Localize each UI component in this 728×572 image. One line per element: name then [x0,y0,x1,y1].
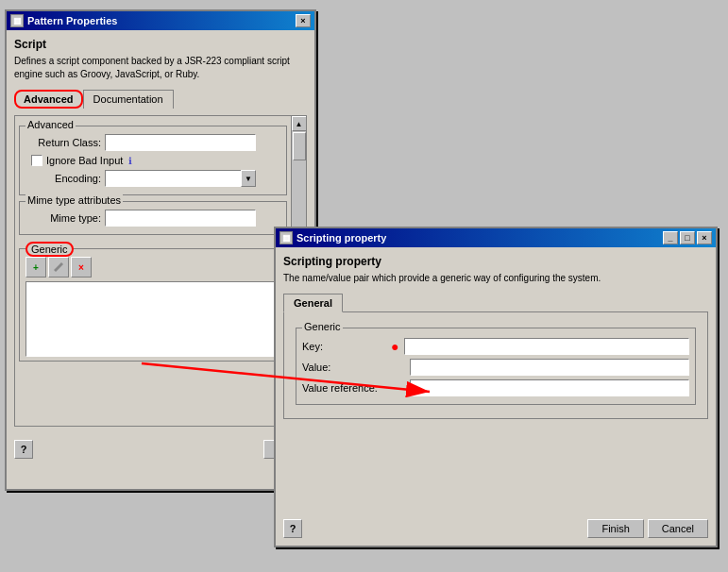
mime-type-label: Mime type: [25,212,101,224]
finish-button[interactable]: Finish [587,519,643,538]
tab-panel: Advanced Return Class: Ignore Bad Input … [14,115,307,427]
encoding-label: Encoding: [25,173,101,184]
close-button[interactable]: × [296,14,311,27]
value-reference-row: Value reference: [302,379,689,396]
pattern-properties-window: ▦ Pattern Properties × Script Defines a … [5,9,316,491]
advanced-group: Advanced Return Class: Ignore Bad Input … [19,126,287,195]
pattern-title-bar: ▦ Pattern Properties × [7,11,314,30]
script-description: Defines a script component backed by a J… [14,55,307,81]
value-reference-input[interactable] [410,379,689,396]
cancel-button[interactable]: Cancel [648,519,708,538]
scripting-title-bar: ▦ Scripting property _ □ × [276,228,716,247]
encoding-row: Encoding: ▼ [25,170,280,187]
value-row: Value: [302,359,689,376]
ignore-bad-input-row: Ignore Bad Input ℹ [31,155,275,166]
generic-fields-group: Generic Key: ● Value: Value reference: [296,328,696,405]
delete-generic-button[interactable]: × [71,257,92,278]
script-title: Script [14,38,307,51]
pattern-window-content: Script Defines a script component backed… [7,30,314,115]
info-icon: ℹ [128,156,132,166]
tab-documentation[interactable]: Documentation [83,90,174,109]
scroll-up-button[interactable]: ▲ [292,116,307,131]
scripting-property-window: ▦ Scripting property _ □ × Scripting pro… [274,227,718,547]
generic-toolbar: + × [25,257,280,278]
ignore-bad-input-checkbox[interactable] [31,155,42,166]
scroll-thumb[interactable] [293,132,306,160]
encoding-select[interactable] [105,170,256,187]
help-btn-container: ? [14,440,33,459]
tab-content: Advanced Return Class: Ignore Bad Input … [15,116,291,426]
generic-fields-legend: Generic [302,321,343,332]
mime-legend: Mime type attributes [25,194,123,206]
mime-type-input[interactable] [105,210,256,227]
return-class-row: Return Class: [25,134,280,151]
generic-group: Generic + × [19,248,287,362]
value-reference-label: Value reference: [302,382,387,394]
return-class-input[interactable] [105,134,256,151]
mime-group: Mime type attributes Mime type: [19,201,287,235]
add-generic-button[interactable]: + [25,257,46,278]
key-input[interactable] [404,338,689,355]
mime-type-row: Mime type: [25,210,280,227]
ignore-bad-input-label: Ignore Bad Input [46,155,123,166]
scripting-title-text: Scripting property [283,255,708,268]
pattern-window-title: Pattern Properties [27,15,117,26]
scripting-help-button[interactable]: ? [283,519,302,538]
encoding-dropdown-arrow[interactable]: ▼ [241,170,256,187]
scripting-bottom-bar: ? Finish Cancel [276,519,716,538]
value-input[interactable] [410,359,689,376]
tab-bar: Advanced Documentation [14,89,307,108]
pattern-bottom-bar: ? OK [7,430,314,464]
value-label: Value: [302,362,387,373]
window-icon: ▦ [10,14,24,27]
tab-advanced[interactable]: Advanced [14,90,83,109]
scripting-max-button[interactable]: □ [680,231,695,244]
scripting-min-button[interactable]: _ [663,231,678,244]
scripting-window-icon: ▦ [279,231,293,244]
general-tab-panel: Generic Key: ● Value: Value reference: [283,311,708,419]
scripting-title-buttons: _ □ × [663,231,712,244]
return-class-label: Return Class: [25,137,101,148]
generic-list [25,281,280,357]
encoding-select-wrapper: ▼ [105,170,256,187]
scripting-tab-bar: General [283,293,708,311]
advanced-legend: Advanced [25,119,76,130]
tab-general[interactable]: General [283,294,343,312]
key-label: Key: [302,341,387,352]
generic-legend: Generic [25,242,74,257]
edit-generic-button[interactable] [48,257,69,278]
scripting-close-button[interactable]: × [697,231,712,244]
scripting-window-content: Scripting property The name/value pair w… [276,247,716,427]
required-indicator: ● [391,340,398,353]
help-button[interactable]: ? [14,440,33,459]
scripting-window-title: Scripting property [296,232,386,244]
scripting-description: The name/value pair which provide a gene… [283,272,708,285]
scroll-area: Advanced Return Class: Ignore Bad Input … [14,115,307,427]
key-row: Key: ● [302,338,689,355]
